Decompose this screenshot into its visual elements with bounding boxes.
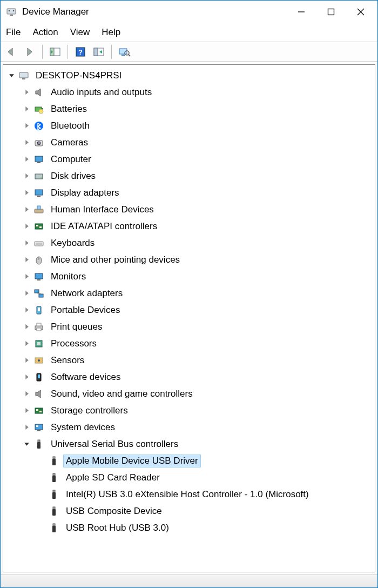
caret-right-icon[interactable] (21, 271, 32, 283)
svg-marker-79 (25, 375, 29, 379)
window-controls (286, 1, 375, 23)
caret-right-icon[interactable] (21, 321, 32, 333)
svg-marker-31 (25, 123, 29, 128)
svg-rect-72 (37, 328, 41, 331)
device-item[interactable]: Intel(R) USB 3.0 eXtensible Host Control… (33, 486, 375, 503)
caret-right-icon[interactable] (21, 220, 32, 232)
category-bluetooth[interactable]: Bluetooth (18, 117, 375, 134)
svg-rect-98 (52, 476, 56, 482)
window-title: Device Manager (22, 6, 286, 17)
category-usb[interactable]: Universal Serial Bus controllers (18, 436, 375, 452)
svg-marker-36 (25, 157, 29, 162)
category-system[interactable]: System devices (18, 419, 375, 436)
svg-marker-62 (25, 291, 29, 296)
computer-root-icon (17, 69, 30, 82)
category-software[interactable]: Software devices (18, 369, 375, 385)
svg-rect-60 (35, 273, 43, 279)
category-ide[interactable]: IDE ATA/ATAPI controllers (18, 218, 375, 235)
menu-view[interactable]: View (70, 27, 90, 38)
caret-right-icon[interactable] (21, 288, 32, 299)
category-label: Display adapters (49, 187, 122, 199)
caret-right-icon[interactable] (21, 338, 32, 350)
svg-rect-51 (39, 226, 42, 228)
category-label: Computer (49, 153, 93, 165)
category-label: Mice and other pointing devices (49, 254, 182, 266)
bluetooth-icon (32, 119, 45, 132)
device-label: USB Composite Device (64, 505, 164, 517)
tree-root-node[interactable]: DESKTOP-NS4PRSI (3, 67, 375, 84)
category-label: Storage controllers (49, 405, 130, 417)
device-item[interactable]: Apple SD Card Reader (33, 469, 375, 486)
device-tree[interactable]: DESKTOP-NS4PRSIAudio inputs and outputsB… (3, 64, 375, 572)
caret-right-icon[interactable] (21, 137, 32, 149)
menu-help[interactable]: Help (102, 27, 120, 38)
device-item[interactable]: USB Root Hub (USB 3.0) (33, 519, 375, 536)
caret-right-icon[interactable] (21, 204, 32, 216)
svg-marker-83 (36, 390, 40, 398)
svg-point-35 (37, 142, 40, 145)
category-computer[interactable]: Computer (18, 151, 375, 168)
computer-icon (32, 153, 45, 166)
category-battery[interactable]: Batteries (18, 101, 375, 117)
scan-hardware-button[interactable] (91, 44, 106, 59)
category-monitor[interactable]: Monitors (18, 268, 375, 285)
usb-icon (48, 488, 60, 501)
category-sensor[interactable]: Sensors (18, 352, 375, 369)
category-display[interactable]: Display adapters (18, 184, 375, 201)
caret-right-icon[interactable] (21, 237, 32, 249)
category-cpu[interactable]: Processors (18, 335, 375, 352)
caret-right-icon[interactable] (21, 304, 32, 316)
caret-right-icon[interactable] (21, 254, 32, 266)
caret-right-icon[interactable] (21, 388, 32, 400)
category-printer[interactable]: Print queues (18, 318, 375, 335)
category-portable[interactable]: Portable Devices (18, 302, 375, 318)
category-camera[interactable]: Cameras (18, 134, 375, 151)
caret-right-icon[interactable] (21, 153, 32, 165)
help-button[interactable]: ? (73, 44, 88, 59)
category-audio[interactable]: Audio inputs and outputs (18, 84, 375, 101)
caret-right-icon[interactable] (21, 187, 32, 199)
category-storage[interactable]: Storage controllers (18, 402, 375, 419)
category-keyboard[interactable]: Keyboards (18, 235, 375, 251)
category-disk[interactable]: Disk drives (18, 168, 375, 184)
back-button[interactable] (4, 44, 19, 59)
maximize-button[interactable] (316, 1, 346, 23)
show-hide-tree-button[interactable] (48, 44, 63, 59)
caret-right-icon[interactable] (21, 170, 32, 182)
device-item[interactable]: Apple Mobile Device USB Driver (33, 452, 375, 469)
caret-right-icon[interactable] (21, 120, 32, 132)
minimize-button[interactable] (286, 1, 316, 23)
menubar: File Action View Help (1, 23, 377, 42)
caret-right-icon[interactable] (21, 355, 32, 366)
category-network[interactable]: Network adapters (18, 285, 375, 302)
device-label: USB Root Hub (USB 3.0) (64, 522, 171, 534)
forward-button[interactable] (22, 44, 37, 59)
close-button[interactable] (346, 1, 375, 23)
caret-down-icon[interactable] (5, 70, 17, 82)
svg-marker-22 (9, 74, 14, 77)
menu-file[interactable]: File (6, 27, 21, 38)
caret-right-icon[interactable] (21, 371, 32, 383)
find-device-button[interactable] (117, 44, 132, 59)
svg-rect-97 (53, 473, 55, 476)
category-hid[interactable]: Human Interface Devices (18, 201, 375, 218)
category-mouse[interactable]: Mice and other pointing devices (18, 251, 375, 268)
menu-action[interactable]: Action (32, 27, 58, 38)
category-sound[interactable]: Sound, video and game controllers (18, 385, 375, 402)
caret-right-icon[interactable] (21, 103, 32, 115)
device-label: Intel(R) USB 3.0 eXtensible Host Control… (64, 489, 311, 500)
usb-icon (32, 438, 45, 451)
caret-right-icon[interactable] (21, 422, 32, 433)
svg-marker-26 (36, 89, 40, 96)
svg-marker-84 (25, 408, 29, 413)
svg-rect-104 (52, 526, 56, 532)
device-item[interactable]: USB Composite Device (33, 503, 375, 519)
caret-right-icon[interactable] (21, 86, 32, 98)
caret-right-icon[interactable] (21, 405, 32, 417)
caret-down-icon[interactable] (21, 438, 32, 450)
svg-rect-64 (39, 294, 43, 297)
battery-icon (32, 103, 45, 116)
toolbar-divider (42, 45, 43, 59)
category-label: Disk drives (49, 170, 98, 182)
titlebar: Device Manager (1, 1, 377, 23)
